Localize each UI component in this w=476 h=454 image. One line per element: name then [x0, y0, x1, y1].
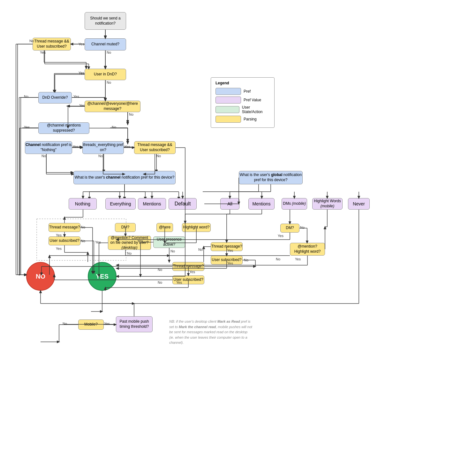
highlight-word-label: Highlight word?: [183, 225, 210, 230]
label-no-threads-everything: No: [98, 154, 103, 158]
nothing-node: Nothing: [69, 198, 97, 210]
user-sub1-label: User subscribed?: [49, 238, 79, 243]
legend-box: Legend Pref Pref Value User State/Action…: [211, 77, 275, 128]
channel-muted-label: Channel muted?: [91, 42, 119, 47]
legend-user-state-swatch: [215, 106, 239, 113]
user-sub1-node: User subscribed?: [49, 236, 80, 245]
past-mobile-push-node: Past mobile push timing threshold?: [116, 316, 153, 332]
all-node: All: [220, 198, 239, 210]
default-label: Default: [175, 201, 191, 207]
legend-user-state-label: User State/Action: [242, 105, 270, 114]
thread-msg1-node: Thread message?: [49, 223, 80, 232]
highlight-words-mobile-label: Highlight Words (mobile): [313, 199, 342, 209]
never-node: Never: [348, 198, 370, 210]
note-text: NB: if the user's desktop client Mark as…: [169, 319, 252, 345]
user-sub2-node: User subscribed?: [211, 256, 243, 265]
yes-node: YES: [88, 262, 117, 291]
past-mobile-push-label: Past mobile push timing threshold?: [116, 319, 152, 329]
label-yes-user-sub1: Yes: [56, 247, 62, 250]
label-yes-mobile: Yes: [104, 322, 110, 326]
mobile-check-label: Mobile?: [84, 322, 98, 327]
global-notif-pref-node: What is the user's global notification p…: [239, 171, 303, 184]
legend-parsing: Parsing: [215, 116, 270, 123]
start-label: Should we send a notification?: [85, 16, 126, 26]
label-no-user-sub3: No: [158, 281, 162, 284]
dm-check2-label: DM?: [286, 226, 294, 231]
channel-notif-pref-node: What is the user's channel notification …: [73, 171, 176, 184]
mentions-node: Mentions: [138, 198, 166, 210]
label-no-user-sub2: No: [244, 258, 248, 262]
channel-muted-node: Channel muted?: [85, 38, 126, 50]
global-notif-pref-label: What is the user's global notification p…: [239, 173, 302, 182]
dm-check-node: DM?: [115, 223, 136, 232]
dm-check-label: DM?: [121, 225, 129, 230]
threads-everything-label: threads_everything pref on?: [83, 142, 124, 152]
label-no-notif-nothing: No: [42, 154, 46, 158]
user-dnd-node: User in DnD?: [85, 69, 126, 80]
label-no-mentions-sup: No: [112, 125, 116, 129]
thread-user-sub2-node: Thread message && User subscribed?: [134, 141, 176, 154]
label-yes-user-presence: Yes: [137, 239, 143, 243]
yes-label: YES: [96, 272, 109, 281]
dm-check2-node: DM?: [280, 224, 299, 233]
dms-mobile-node: DMs (mobile): [282, 198, 307, 210]
label-no-mobile: No: [63, 322, 67, 326]
everything-label: Everything: [110, 201, 131, 207]
label-yes-thread-msg2: Yes: [227, 249, 233, 252]
at-mention-highlight-node: @mention? Highlight word?: [290, 243, 325, 256]
label-no-everyone: No: [129, 112, 133, 116]
at-here-node: @here: [156, 223, 173, 232]
legend-pref-value: Pref Value: [215, 96, 270, 104]
label-yes-notif-nothing: Yes: [73, 145, 79, 149]
label-yes-dndoverride: Yes: [73, 95, 79, 98]
label-no-at-mention-h: No: [276, 257, 280, 261]
highlight-word-node: Highlight word?: [182, 223, 211, 232]
thread-msg2-node: Thread message?: [211, 242, 243, 251]
at-mention-desktop-node: @mention? Comment on file owned by user?…: [108, 236, 151, 250]
user-dnd-label: User in DnD?: [94, 72, 117, 77]
legend-pref-label: Pref: [244, 89, 251, 94]
default-node: Default: [169, 198, 197, 210]
thread-msg2-label: Thread message?: [211, 244, 242, 249]
global-mentions-label: Mentions: [253, 201, 271, 207]
label-yes-thread-msg1: Yes: [56, 233, 62, 237]
label-no-channel-muted-down: No: [107, 50, 111, 54]
label-no-channel-muted: No: [29, 39, 34, 43]
thread-msg3-label: Thread message?: [173, 264, 204, 269]
threads-everything-node: threads_everything pref on?: [82, 141, 124, 154]
global-mentions-node: Mentions: [248, 198, 275, 210]
label-no-user-sub1: No: [81, 239, 85, 243]
start-node: Should we send a notification?: [85, 12, 126, 30]
channel-everyone-label: @channel/@everyone/@here message?: [85, 101, 140, 111]
label-yes-thread-sub1: Yes: [40, 50, 46, 54]
channel-mentions-suppressed-node: @channel mentions suppressed?: [38, 122, 89, 134]
channel-everyone-node: @channel/@everyone/@here message?: [85, 101, 140, 112]
label-yes-everyone: Yes: [79, 104, 85, 107]
label-yes-user-sub3: Yes: [176, 281, 182, 284]
label-yes-at-mention: Yes: [95, 240, 101, 244]
label-no-user-presence: No: [170, 249, 175, 253]
channel-notif-pref-label: What is the user's channel notification …: [75, 175, 174, 180]
everything-node: Everything: [105, 198, 136, 210]
at-mention-highlight-label: @mention? Highlight word?: [290, 244, 325, 254]
legend-user-state: User State/Action: [215, 105, 270, 114]
label-no-thread-msg1: No: [81, 225, 85, 229]
label-no-thread-sub2: No: [156, 154, 161, 158]
dms-mobile-label: DMs (mobile): [283, 201, 306, 206]
label-yes-mentions-sup: Yes: [24, 125, 30, 129]
no-node: NO: [26, 262, 55, 291]
thread-user-sub2-label: Thread message && User subscribed?: [134, 142, 175, 152]
label-no-thread-msg3: No: [158, 268, 162, 272]
channel-mentions-suppressed-label: @channel mentions suppressed?: [39, 123, 89, 133]
label-yes-thread-msg3: Yes: [189, 270, 195, 274]
at-mention-desktop-label: @mention? Comment on file owned by user?…: [108, 235, 151, 250]
label-yes-user-sub2: Yes: [227, 261, 233, 265]
label-no-thread-msg2: No: [198, 248, 203, 251]
user-sub2-label: User subscribed?: [212, 258, 241, 263]
channel-notif-nothing-label: Channel notification pref is "Nothing": [25, 142, 72, 152]
label-yes-dnd: Yes: [79, 71, 84, 75]
thread-user-sub1-label: Thread message && User subscribed?: [33, 39, 71, 49]
thread-user-sub1-node: Thread message && User subscribed?: [33, 38, 71, 50]
label-no-dm2: No: [300, 226, 305, 229]
label-yes-dm2: Yes: [278, 234, 283, 238]
